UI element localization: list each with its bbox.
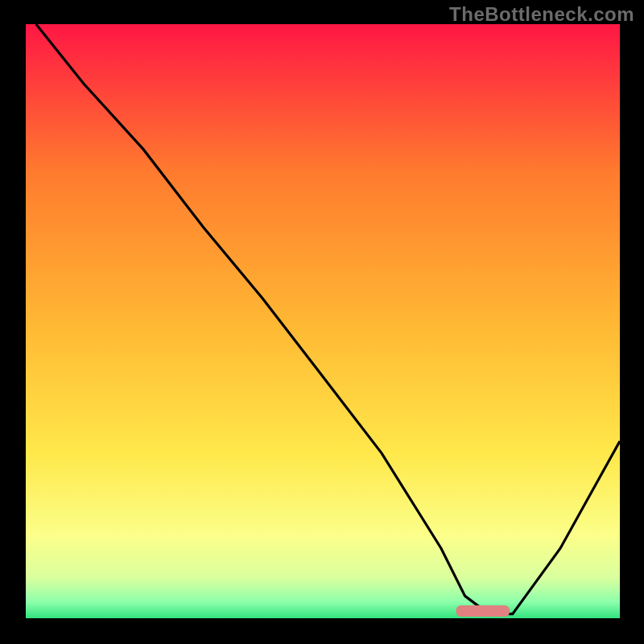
- chart-container: TheBottleneck.com: [0, 0, 644, 644]
- optimal-marker: [456, 605, 510, 617]
- bottleneck-chart: [0, 0, 644, 644]
- plot-background: [24, 24, 620, 620]
- watermark-label: TheBottleneck.com: [449, 3, 634, 26]
